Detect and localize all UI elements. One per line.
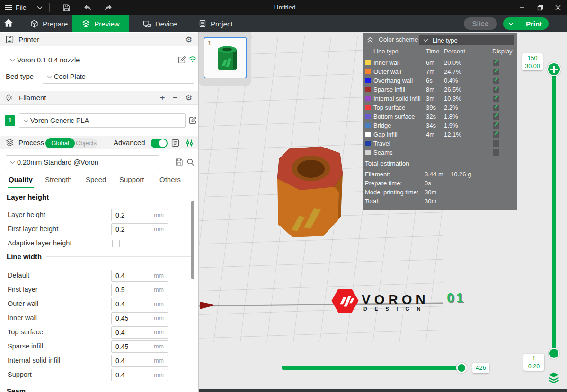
adaptive-layer-height-checkbox[interactable] [112,240,120,247]
print-dropdown-caret[interactable] [503,22,519,26]
file-menu-caret[interactable] [29,0,49,15]
bed-type-select[interactable]: Cool Plate [43,70,194,84]
tab-prepare[interactable]: Prepare [24,15,74,32]
save-button[interactable] [56,0,77,15]
display-checkbox[interactable] [493,140,499,147]
display-checkbox[interactable]: ✓ [493,69,499,75]
checkmark-icon: ✓ [494,67,499,74]
line-type-row: Seams [363,148,517,157]
process-preset-select[interactable]: 0.20mm Standard @Voron [6,155,159,169]
minimize-button[interactable] [513,0,531,15]
display-checkbox[interactable]: ✓ [493,78,499,84]
remove-filament-button[interactable]: − [173,93,178,102]
printer-preset-select[interactable]: Voron 0.1 0.4 nozzle [6,53,174,67]
tab-device[interactable]: Device [136,15,184,32]
titlebar: File Untitled [0,0,567,15]
layer-slider-top-knob[interactable] [547,62,561,76]
maximize-button[interactable] [531,0,549,15]
layer-bottom-number: 1 [523,355,544,363]
filament-preset-select[interactable]: Voron Generic PLA [19,113,186,128]
display-checkbox[interactable]: ✓ [493,113,499,120]
hamburger-icon [5,4,12,11]
sparse-infill-line-width-input[interactable] [115,342,150,351]
display-checkbox[interactable] [493,149,499,156]
scope-objects-button[interactable]: Objects [75,138,97,148]
window-title: Untitled [274,0,296,15]
display-checkbox[interactable]: ✓ [493,131,499,138]
plus-icon [553,66,555,73]
filament-settings-gear-icon[interactable]: ⚙ [186,94,192,102]
line-type-time: 34s [426,122,444,129]
support-line-width-input[interactable] [115,371,150,379]
outer-wall-line-width-input[interactable] [115,300,150,308]
outer-wall-line-width-input-box: mm [111,298,168,310]
color-scheme-select[interactable]: Line type [419,35,514,45]
file-menu-button[interactable]: File [0,0,29,15]
tab-quality[interactable]: Quality [9,175,33,183]
horizontal-move-slider[interactable] [282,366,466,370]
line-type-label: Gap infill [373,131,426,138]
line-type-label: Seams [373,149,426,156]
save-preset-icon[interactable] [175,158,183,166]
display-checkbox[interactable]: ✓ [493,87,499,93]
search-parameters-icon[interactable] [186,158,195,166]
wifi-connection-icon[interactable] [188,55,197,62]
estimation-value: 30m [425,189,451,196]
tab-project[interactable]: Project [192,15,239,32]
parameter-list-icon[interactable] [171,139,179,147]
printer-settings-gear-icon[interactable]: ⚙ [186,36,192,44]
scope-global-button[interactable]: Global [45,138,75,148]
color-swatch [365,114,371,119]
add-filament-button[interactable]: + [159,93,165,102]
tune-parameters-icon[interactable] [186,139,194,147]
estimation-row: Model printing time:30m [363,188,517,197]
line-type-row: Internal solid infill3m10.3%✓ [363,94,517,103]
first-layer-height-input[interactable] [115,225,150,234]
section-seam: Seam [7,387,192,392]
tab-others[interactable]: Others [159,175,181,183]
display-checkbox[interactable]: ✓ [493,122,499,129]
display-checkbox[interactable]: ✓ [493,105,499,111]
print-button[interactable]: Print [519,20,549,28]
default-line-width-input[interactable] [115,271,150,280]
bed-type-value: Cool Plate [54,73,86,80]
layer-slider-bottom-knob[interactable] [549,348,559,359]
top-surface-line-width-input[interactable] [115,328,150,337]
horizontal-slider-knob[interactable] [456,363,467,373]
line-type-label: Outer wall [373,68,426,75]
layer-range-slider[interactable] [552,69,556,354]
undo-button[interactable] [77,0,98,15]
redo-button[interactable] [98,0,119,15]
first-layer-line-width-input[interactable] [115,286,150,294]
plate-thumbnail-selected[interactable]: 1 [204,37,247,78]
layer-height-input[interactable] [115,211,150,219]
internal-solid-infill-line-width-input[interactable] [115,357,150,365]
filament-slot-badge[interactable]: 1 [5,115,15,126]
display-checkbox[interactable]: ✓ [493,96,499,102]
checkmark-icon: ✓ [494,85,499,92]
param-unit: mm [154,357,164,364]
app-window: File Untitled [0,0,567,392]
bottom-toolbar-edge [199,389,567,392]
param-label: Inner wall [8,314,37,322]
tab-preview[interactable]: Preview [72,15,129,32]
inner-wall-line-width-input[interactable] [115,314,150,322]
param-row: Internal solid infill mm [0,355,199,367]
layers-view-button[interactable] [547,371,560,384]
home-button[interactable] [4,18,15,29]
close-button[interactable] [549,0,567,15]
advanced-toggle[interactable] [151,139,168,148]
sidebar-scrollbar[interactable] [191,201,194,279]
display-checkbox[interactable]: ✓ [493,60,499,66]
line-type-time: 4m [426,131,444,138]
total-estimation: Total estimation Filament:3.44 m10.26 g … [363,159,517,206]
tab-support[interactable]: Support [119,175,144,183]
tab-strength[interactable]: Strength [45,175,72,183]
slice-button[interactable]: Slice [464,17,497,30]
edit-filament-icon[interactable] [189,116,197,124]
preview-viewport[interactable]: VORON DESIGN 01 1 Color scheme [199,32,567,392]
tab-speed[interactable]: Speed [86,175,106,183]
model-voron-cube[interactable] [277,147,343,237]
edit-printer-icon[interactable] [178,56,186,64]
collapse-panel-icon[interactable] [366,36,374,44]
